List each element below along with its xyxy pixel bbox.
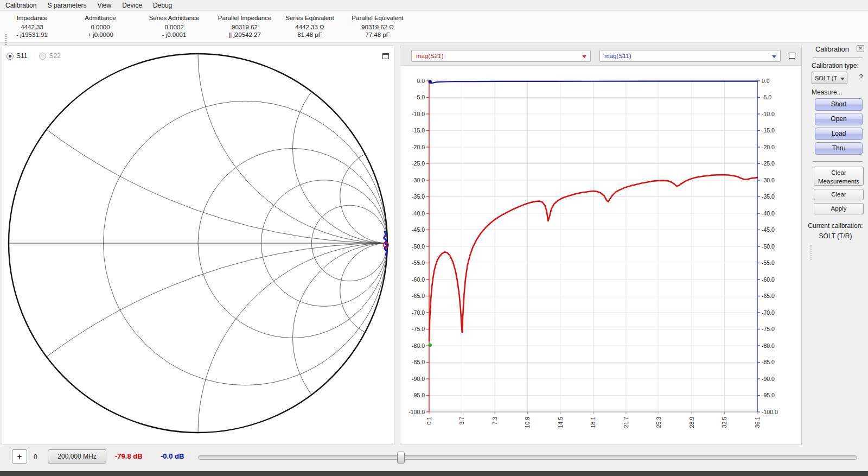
svg-text:-80.0: -80.0	[412, 342, 425, 349]
magnitude-chart[interactable]: 0.00.0-5.0-5.0-10.0-10.0-15.0-15.0-20.0-…	[400, 66, 801, 445]
svg-text:-70.0: -70.0	[412, 309, 425, 316]
svg-text:-15.0: -15.0	[412, 127, 425, 134]
chevron-down-icon	[772, 55, 776, 58]
current-calibration-value: SOLT (T/R)	[806, 232, 865, 240]
svg-text:7.3: 7.3	[492, 417, 498, 425]
marker-frequency-button[interactable]: 200.000 MHz	[48, 449, 106, 464]
plot-header: mag(S21) mag(S11)	[400, 46, 801, 66]
svg-text:-55.0: -55.0	[412, 259, 425, 266]
svg-text:-10.0: -10.0	[762, 111, 775, 117]
readout-admittance: Admittance 0.0000 + j0.0000	[66, 14, 135, 39]
menu-s-parameters[interactable]: S parameters	[42, 1, 92, 10]
close-icon[interactable]: ✕	[857, 45, 864, 52]
magnitude-plot-panel: mag(S21) mag(S11) 0.00.0-5.0-5.0-10.0-10…	[400, 46, 802, 445]
svg-text:-45.0: -45.0	[412, 226, 425, 233]
clear-measurements-button[interactable]: Clear Measurements	[814, 167, 864, 186]
svg-text:-60.0: -60.0	[762, 276, 775, 283]
svg-text:-60.0: -60.0	[412, 276, 425, 283]
menu-calibration[interactable]: Calibration	[0, 1, 42, 10]
svg-text:-85.0: -85.0	[412, 359, 425, 365]
smith-maximize-icon[interactable]	[382, 53, 389, 59]
svg-text:-25.0: -25.0	[412, 160, 425, 167]
divider	[813, 161, 863, 162]
menu-debug[interactable]: Debug	[148, 1, 177, 10]
smith-chart[interactable]	[2, 46, 394, 445]
apply-button[interactable]: Apply	[814, 203, 864, 214]
svg-text:0.0: 0.0	[417, 78, 425, 84]
marker-dot[interactable]	[428, 344, 431, 347]
svg-text:-75.0: -75.0	[762, 326, 775, 332]
svg-text:-75.0: -75.0	[412, 326, 425, 332]
radio-s11-icon	[7, 53, 14, 60]
svg-text:-35.0: -35.0	[762, 193, 775, 200]
svg-text:-90.0: -90.0	[412, 376, 425, 382]
add-marker-button[interactable]: +	[12, 449, 27, 464]
radio-s22-label: S22	[49, 52, 60, 60]
readout-impedance: Impedance 4442.33 - j19531.91	[0, 14, 64, 39]
readout-parallel-equivalent: Parallel Equivalent 90319.62 Ω 77.48 pF	[343, 14, 412, 39]
svg-text:-100.0: -100.0	[762, 409, 778, 415]
measure-short-button[interactable]: Short	[815, 98, 863, 111]
svg-text:0.1: 0.1	[426, 417, 432, 425]
calibration-type-label: Calibration type:	[812, 62, 859, 69]
marker-value-s21: -79.8 dB	[115, 452, 143, 460]
svg-text:-20.0: -20.0	[412, 144, 425, 150]
svg-text:-25.0: -25.0	[762, 160, 775, 167]
marker-index: 0	[34, 453, 37, 461]
readout-toolbar: Impedance 4442.33 - j19531.91 Admittance…	[0, 11, 868, 43]
svg-text:-85.0: -85.0	[762, 359, 775, 365]
svg-text:-55.0: -55.0	[762, 259, 775, 266]
marker-bar: + 0 200.000 MHz -79.8 dB -0.0 dB	[0, 445, 868, 471]
window-bottom-edge	[0, 471, 868, 476]
right-trace-selector[interactable]: mag(S11)	[599, 50, 781, 62]
svg-text:18.1: 18.1	[590, 417, 596, 428]
svg-text:32.5: 32.5	[721, 417, 727, 428]
calibration-type-select[interactable]: SOLT (T	[812, 72, 847, 84]
svg-text:-10.0: -10.0	[412, 111, 425, 117]
svg-text:-40.0: -40.0	[762, 210, 775, 217]
svg-text:-100.0: -100.0	[409, 409, 425, 415]
svg-text:-95.0: -95.0	[762, 392, 775, 398]
readout-series-equivalent: Series Equivalent 4442.33 Ω 81.48 pF	[278, 14, 342, 39]
radio-s11-label: S11	[16, 52, 27, 60]
chevron-down-icon	[840, 78, 845, 80]
smith-chart-panel: S11 S22	[2, 46, 394, 445]
svg-text:-80.0: -80.0	[762, 342, 775, 349]
svg-text:-95.0: -95.0	[412, 392, 425, 398]
svg-text:0.0: 0.0	[762, 78, 770, 84]
svg-text:-90.0: -90.0	[762, 376, 775, 382]
radio-s11[interactable]: S11	[7, 52, 27, 60]
svg-text:-5.0: -5.0	[762, 94, 771, 100]
left-trace-selector[interactable]: mag(S21)	[411, 50, 591, 62]
marker-dot[interactable]	[428, 80, 431, 84]
radio-s22[interactable]: S22	[39, 52, 60, 60]
svg-text:14.5: 14.5	[557, 417, 564, 428]
s-parameter-radio-group: S11 S22	[7, 52, 61, 60]
menu-device[interactable]: Device	[117, 1, 148, 10]
measure-thru-button[interactable]: Thru	[815, 142, 863, 155]
svg-text:-15.0: -15.0	[762, 127, 775, 134]
panel-resize-grip[interactable]	[810, 245, 812, 260]
calibration-panel-title: Calibration	[809, 45, 855, 53]
measure-load-button[interactable]: Load	[815, 128, 863, 140]
svg-text:28.9: 28.9	[688, 417, 695, 428]
svg-text:-50.0: -50.0	[762, 243, 775, 250]
svg-text:-40.0: -40.0	[412, 210, 425, 217]
measure-open-button[interactable]: Open	[815, 113, 863, 125]
svg-text:-20.0: -20.0	[762, 144, 775, 150]
menu-view[interactable]: View	[92, 1, 117, 10]
svg-text:25.3: 25.3	[655, 417, 662, 428]
help-button[interactable]: ?	[857, 73, 865, 81]
slider-handle[interactable]	[397, 452, 405, 464]
marker-frequency-slider[interactable]	[198, 455, 857, 460]
svg-text:-30.0: -30.0	[762, 177, 775, 183]
svg-text:-50.0: -50.0	[412, 243, 425, 250]
readout-parallel-impedance: Parallel Impedance 90319.62 || j20542.27	[213, 14, 277, 39]
plot-maximize-icon[interactable]	[789, 53, 795, 59]
clear-button[interactable]: Clear	[814, 189, 864, 200]
svg-text:10.9: 10.9	[524, 417, 531, 428]
readout-series-admittance: Series Admittance 0.0002 - j0.0001	[136, 14, 213, 39]
menu-bar: Calibration S parameters View Device Deb…	[0, 0, 868, 11]
svg-text:-70.0: -70.0	[762, 309, 775, 316]
svg-text:-45.0: -45.0	[762, 226, 775, 233]
